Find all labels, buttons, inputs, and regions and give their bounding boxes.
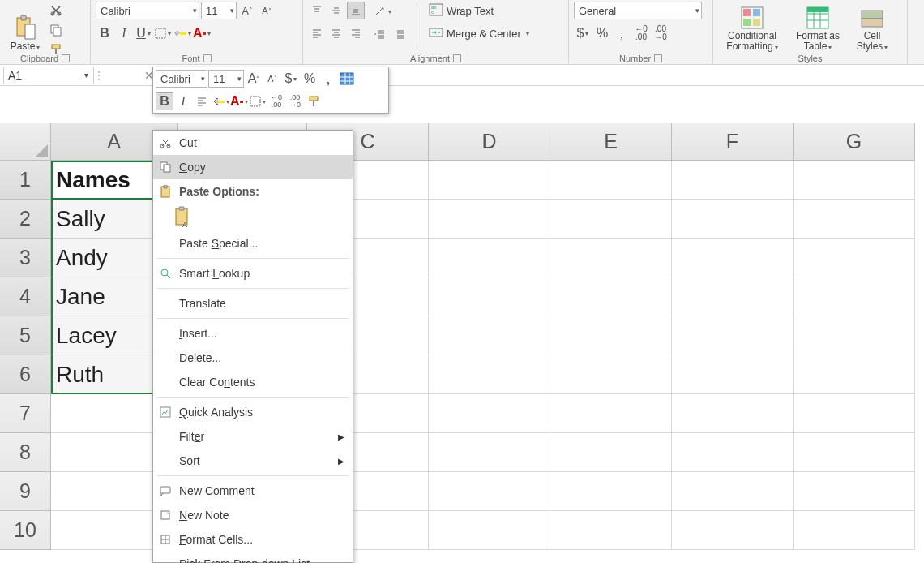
- align-left-button[interactable]: [308, 24, 326, 42]
- cm-filter[interactable]: Filter ▶: [153, 424, 353, 449]
- cell-F6[interactable]: [672, 355, 794, 394]
- cell-E2[interactable]: [550, 200, 672, 239]
- mini-borders[interactable]: ▾: [249, 92, 267, 110]
- decrease-font-button[interactable]: A˅: [258, 2, 276, 19]
- bold-button[interactable]: B: [96, 24, 113, 42]
- increase-decimal-button[interactable]: ←0.00: [632, 24, 650, 42]
- row-header-3[interactable]: 3: [0, 239, 51, 277]
- increase-font-button[interactable]: A˄: [238, 2, 256, 19]
- copy-button[interactable]: [47, 21, 65, 39]
- cell-F8[interactable]: [672, 433, 794, 472]
- cell-D3[interactable]: [429, 239, 550, 277]
- cell-F3[interactable]: [672, 239, 794, 277]
- cell-G9[interactable]: [794, 472, 915, 511]
- cell-D1[interactable]: [429, 161, 550, 200]
- mini-inc-dec[interactable]: ←0.00: [267, 92, 285, 110]
- borders-button[interactable]: ▾: [154, 24, 172, 42]
- namebox-arrow-icon[interactable]: ▾: [79, 71, 93, 80]
- cm-sort[interactable]: Sort ▶: [153, 449, 353, 473]
- mini-dec-dec[interactable]: .00→0: [286, 92, 304, 110]
- font-name-combo[interactable]: Calibri▾: [96, 2, 199, 19]
- cell-G7[interactable]: [794, 394, 915, 433]
- cell-E10[interactable]: [550, 511, 672, 550]
- merge-center-button[interactable]: Merge & Center▾: [426, 24, 533, 42]
- align-center-button[interactable]: [327, 24, 345, 42]
- cell-D2[interactable]: [429, 200, 550, 239]
- cell-F7[interactable]: [672, 394, 794, 433]
- name-box[interactable]: A1 ▾: [3, 67, 94, 84]
- cut-button[interactable]: [47, 2, 65, 19]
- font-launcher[interactable]: [203, 54, 212, 62]
- mini-font-combo[interactable]: Calibri▾: [156, 70, 207, 88]
- mini-percent[interactable]: %: [301, 70, 319, 88]
- cell-E5[interactable]: [550, 316, 672, 355]
- cell-G3[interactable]: [794, 239, 915, 277]
- row-header-1[interactable]: 1: [0, 161, 51, 200]
- cm-copy[interactable]: Copy: [153, 155, 353, 179]
- cell-F10[interactable]: [672, 511, 794, 550]
- worksheet-grid[interactable]: A B C D E F G 1 2 3 4 5 6 7 8 9 10 Names…: [0, 123, 924, 563]
- cell-E4[interactable]: [550, 277, 672, 316]
- cell-F2[interactable]: [672, 200, 794, 239]
- cell-E9[interactable]: [550, 472, 672, 511]
- cell-D8[interactable]: [429, 433, 550, 472]
- cell-G8[interactable]: [794, 433, 915, 472]
- align-bottom-button[interactable]: [347, 2, 365, 19]
- cell-E6[interactable]: [550, 355, 672, 394]
- number-format-combo[interactable]: General▾: [574, 2, 702, 19]
- align-middle-button[interactable]: [327, 2, 345, 19]
- cell-D10[interactable]: [429, 511, 550, 550]
- mini-fill[interactable]: ▾: [212, 92, 229, 110]
- cm-clear-contents[interactable]: Clear Contents: [153, 370, 353, 394]
- mini-align[interactable]: [193, 92, 211, 110]
- increase-indent-button[interactable]: [391, 25, 409, 43]
- row-header-2[interactable]: 2: [0, 200, 51, 239]
- cell-E8[interactable]: [550, 433, 672, 472]
- mini-bold[interactable]: B: [156, 92, 173, 110]
- clipboard-launcher[interactable]: [62, 54, 70, 62]
- row-header-6[interactable]: 6: [0, 355, 51, 394]
- fill-color-button[interactable]: ▾: [173, 24, 191, 42]
- row-header-5[interactable]: 5: [0, 316, 51, 355]
- currency-button[interactable]: $▾: [574, 24, 592, 42]
- cell-G2[interactable]: [794, 200, 915, 239]
- cell-E1[interactable]: [550, 161, 672, 200]
- cell-G10[interactable]: [794, 511, 915, 550]
- col-header-E[interactable]: E: [550, 123, 672, 161]
- align-top-button[interactable]: [308, 2, 326, 19]
- mini-font-color[interactable]: A▾: [230, 92, 248, 110]
- cm-cut[interactable]: Cut: [153, 131, 353, 155]
- row-header-10[interactable]: 10: [0, 511, 51, 550]
- row-header-7[interactable]: 7: [0, 394, 51, 433]
- cell-E3[interactable]: [550, 239, 672, 277]
- cell-G5[interactable]: [794, 316, 915, 355]
- percent-button[interactable]: %: [593, 24, 611, 42]
- col-header-G[interactable]: G: [794, 123, 915, 161]
- font-color-button[interactable]: A▾: [193, 24, 211, 42]
- cell-G1[interactable]: [794, 161, 915, 200]
- cell-D5[interactable]: [429, 316, 550, 355]
- cell-F5[interactable]: [672, 316, 794, 355]
- cm-smart-lookup[interactable]: Smart Lookup: [153, 261, 353, 286]
- mini-size-combo[interactable]: 11▾: [208, 70, 244, 88]
- select-all-corner[interactable]: [0, 123, 51, 161]
- mini-format-painter[interactable]: [305, 92, 323, 110]
- cell-F9[interactable]: [672, 472, 794, 511]
- cm-paste-default[interactable]: A: [153, 204, 353, 231]
- cell-G6[interactable]: [794, 355, 915, 394]
- cell-D4[interactable]: [429, 277, 550, 316]
- cm-pick-list[interactable]: Pick From Drop-down List...: [153, 552, 353, 563]
- number-launcher[interactable]: [654, 54, 662, 62]
- decrease-decimal-button[interactable]: .00→0: [652, 24, 669, 42]
- cell-D9[interactable]: [429, 472, 550, 511]
- cell-D7[interactable]: [429, 394, 550, 433]
- mini-increase-font[interactable]: A˄: [245, 70, 263, 88]
- align-right-button[interactable]: [347, 24, 365, 42]
- cell-styles-button[interactable]: CellStyles▾: [849, 2, 895, 52]
- mini-decrease-font[interactable]: A˅: [263, 70, 281, 88]
- cell-F1[interactable]: [672, 161, 794, 200]
- alignment-launcher[interactable]: [453, 54, 461, 62]
- mini-table[interactable]: [338, 70, 356, 88]
- conditional-formatting-button[interactable]: ConditionalFormatting▾: [718, 2, 786, 52]
- italic-button[interactable]: I: [115, 24, 133, 42]
